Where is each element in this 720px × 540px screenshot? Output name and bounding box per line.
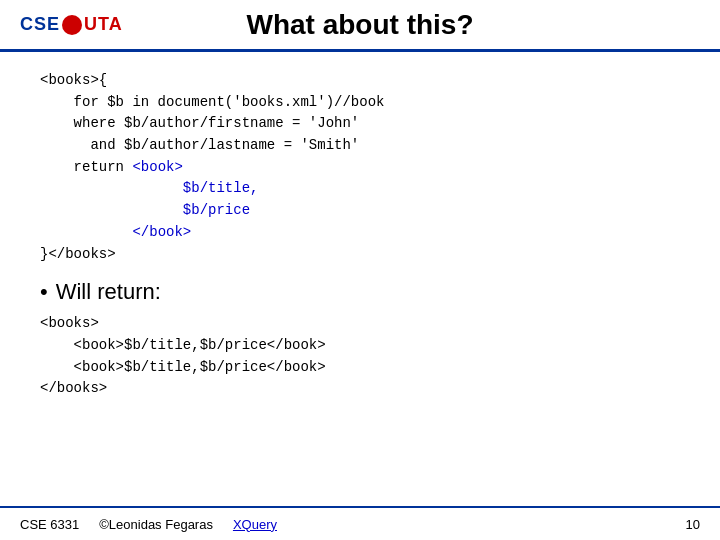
bullet-label: Will return: (56, 279, 161, 305)
result-line-1: <books> (40, 313, 680, 335)
result-line-3: <book>$b/title,$b/price</book> (40, 357, 680, 379)
code-line-2: for $b in document('books.xml')//book (40, 92, 680, 114)
result-line-2: <book>$b/title,$b/price</book> (40, 335, 680, 357)
logo: CSE UTA (20, 14, 123, 35)
bullet-item: • Will return: (40, 279, 680, 305)
footer-left: CSE 6331 ©Leonidas Fegaras XQuery (20, 517, 277, 532)
bullet-dot: • (40, 279, 48, 305)
code-line-5: return <book> (40, 157, 680, 179)
logo-cse-text: CSE (20, 14, 60, 35)
footer-xquery-link[interactable]: XQuery (233, 517, 277, 532)
footer-author: ©Leonidas Fegaras (99, 517, 213, 532)
code-line-8: </book> (40, 222, 680, 244)
logo-circle-icon (62, 15, 82, 35)
result-line-4: </books> (40, 378, 680, 400)
logo-uta-text: UTA (84, 14, 123, 35)
footer: CSE 6331 ©Leonidas Fegaras XQuery 10 (0, 506, 720, 540)
footer-page-number: 10 (686, 517, 700, 532)
code-line-6: $b/title, (40, 178, 680, 200)
code-line-3: where $b/author/firstname = 'John' (40, 113, 680, 135)
result-code-block: <books> <book>$b/title,$b/price</book> <… (40, 313, 680, 400)
code-line-9: }</books> (40, 244, 680, 266)
page-title: What about this? (246, 9, 473, 41)
code-line-4: and $b/author/lastname = 'Smith' (40, 135, 680, 157)
code-block: <books>{ for $b in document('books.xml')… (40, 70, 680, 265)
footer-course: CSE 6331 (20, 517, 79, 532)
code-line-1: <books>{ (40, 70, 680, 92)
bullet-section: • Will return: (40, 279, 680, 305)
code-line-7: $b/price (40, 200, 680, 222)
header: CSE UTA What about this? (0, 0, 720, 52)
main-content: <books>{ for $b in document('books.xml')… (0, 52, 720, 410)
